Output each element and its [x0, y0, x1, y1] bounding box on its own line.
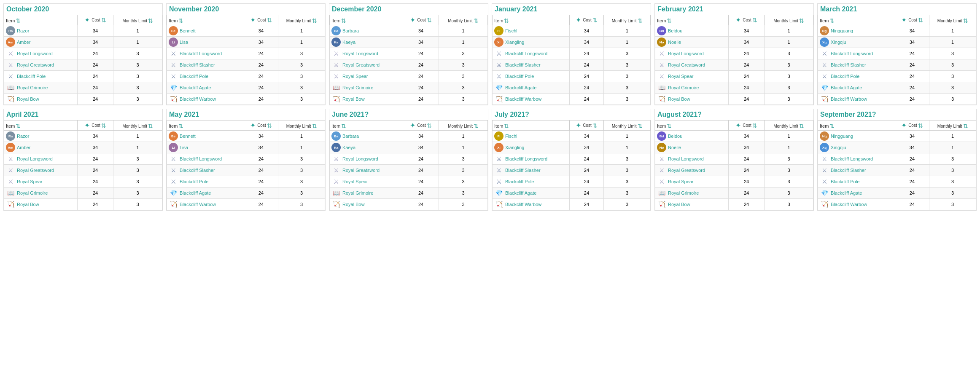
col-cost-header[interactable]: ✦Cost⇅ — [403, 15, 439, 25]
item-link[interactable]: Kaeya — [342, 145, 355, 150]
item-link[interactable]: Royal Longsword — [17, 156, 53, 161]
col-cost-header[interactable]: ✦Cost⇅ — [728, 15, 765, 25]
item-link[interactable]: Blackcliff Pole — [505, 74, 534, 79]
item-link[interactable]: Barbara — [342, 28, 359, 33]
item-link[interactable]: Blackcliff Slasher — [505, 62, 541, 67]
item-link[interactable]: Royal Bow — [17, 96, 39, 102]
item-link[interactable]: Lisa — [180, 145, 188, 150]
item-link[interactable]: Royal Greatsword — [342, 168, 380, 173]
item-link[interactable]: Royal Bow — [342, 202, 365, 207]
item-link[interactable]: Blackcliff Warbow — [180, 202, 216, 207]
item-link[interactable]: Barbara — [342, 134, 359, 139]
col-cost-header[interactable]: ✦Cost⇅ — [403, 121, 439, 131]
item-link[interactable]: Blackcliff Pole — [831, 179, 859, 184]
item-link[interactable]: Kaeya — [342, 40, 355, 45]
item-link[interactable]: Royal Longsword — [342, 156, 378, 161]
item-link[interactable]: Blackcliff Pole — [180, 179, 208, 184]
col-monthly-limit-header[interactable]: Monthly Limit⇅ — [439, 121, 488, 131]
item-link[interactable]: Noelle — [668, 40, 681, 45]
col-item-header[interactable]: Item⇅ — [167, 15, 244, 25]
item-link[interactable]: Beidou — [668, 28, 682, 33]
item-link[interactable]: Lisa — [180, 40, 188, 45]
item-link[interactable]: Blackcliff Slasher — [180, 168, 215, 173]
item-link[interactable]: Royal Longsword — [342, 51, 378, 56]
item-link[interactable]: Blackcliff Warbow — [831, 202, 867, 207]
col-cost-header[interactable]: ✦Cost⇅ — [895, 121, 929, 131]
item-link[interactable]: Blackcliff Slasher — [505, 168, 541, 173]
item-link[interactable]: Royal Grimoire — [342, 85, 373, 90]
col-cost-header[interactable]: ✦Cost⇅ — [77, 15, 113, 25]
item-link[interactable]: Royal Spear — [342, 179, 368, 184]
item-link[interactable]: Blackcliff Warbow — [505, 202, 541, 207]
item-link[interactable]: Royal Bow — [668, 96, 690, 102]
col-monthly-limit-header[interactable]: Monthly Limit⇅ — [439, 15, 488, 25]
item-link[interactable]: Blackcliff Longsword — [180, 51, 222, 56]
item-link[interactable]: Blackcliff Pole — [180, 74, 208, 79]
item-link[interactable]: Royal Spear — [668, 179, 694, 184]
item-link[interactable]: Fischl — [505, 28, 517, 33]
col-monthly-limit-header[interactable]: Monthly Limit⇅ — [278, 121, 325, 131]
col-cost-header[interactable]: ✦Cost⇅ — [77, 121, 113, 131]
item-link[interactable]: Bennett — [180, 28, 196, 33]
item-link[interactable]: Blackcliff Agate — [180, 190, 211, 196]
col-cost-header[interactable]: ✦Cost⇅ — [244, 121, 278, 131]
item-link[interactable]: Noelle — [668, 145, 681, 150]
col-item-header[interactable]: Item⇅ — [655, 121, 729, 131]
item-link[interactable]: Blackcliff Warbow — [505, 96, 541, 102]
col-monthly-limit-header[interactable]: Monthly Limit⇅ — [765, 15, 813, 25]
col-item-header[interactable]: Item⇅ — [493, 121, 570, 131]
item-link[interactable]: Royal Longsword — [668, 156, 704, 161]
item-link[interactable]: Royal Greatsword — [17, 62, 54, 67]
item-link[interactable]: Amber — [17, 145, 30, 150]
item-link[interactable]: Bennett — [180, 134, 196, 139]
item-link[interactable]: Royal Grimoire — [668, 190, 699, 196]
item-link[interactable]: Royal Grimoire — [17, 85, 48, 90]
item-link[interactable]: Royal Bow — [668, 202, 690, 207]
col-cost-header[interactable]: ✦Cost⇅ — [569, 121, 604, 131]
col-item-header[interactable]: Item⇅ — [818, 15, 895, 25]
col-cost-header[interactable]: ✦Cost⇅ — [895, 15, 929, 25]
item-link[interactable]: Blackcliff Warbow — [180, 96, 216, 102]
col-monthly-limit-header[interactable]: Monthly Limit⇅ — [929, 15, 976, 25]
item-link[interactable]: Blackcliff Longsword — [505, 51, 547, 56]
item-link[interactable]: Xiangling — [505, 145, 524, 150]
item-link[interactable]: Blackcliff Agate — [505, 190, 536, 196]
col-monthly-limit-header[interactable]: Monthly Limit⇅ — [113, 121, 162, 131]
col-monthly-limit-header[interactable]: Monthly Limit⇅ — [604, 15, 651, 25]
item-link[interactable]: Xingqiu — [831, 40, 846, 45]
item-link[interactable]: Blackcliff Longsword — [505, 156, 547, 161]
col-cost-header[interactable]: ✦Cost⇅ — [728, 121, 765, 131]
item-link[interactable]: Ningguang — [831, 28, 853, 33]
item-link[interactable]: Beidou — [668, 134, 682, 139]
item-link[interactable]: Royal Grimoire — [17, 190, 48, 196]
item-link[interactable]: Royal Grimoire — [668, 85, 699, 90]
item-link[interactable]: Blackcliff Pole — [831, 74, 859, 79]
col-item-header[interactable]: Item⇅ — [330, 121, 403, 131]
item-link[interactable]: Ningguang — [831, 134, 853, 139]
col-item-header[interactable]: Item⇅ — [818, 121, 895, 131]
item-link[interactable]: Royal Spear — [668, 74, 694, 79]
col-cost-header[interactable]: ✦Cost⇅ — [569, 15, 604, 25]
item-link[interactable]: Royal Grimoire — [342, 190, 373, 196]
item-link[interactable]: Blackcliff Pole — [505, 179, 534, 184]
item-link[interactable]: Razor — [17, 134, 29, 139]
item-link[interactable]: Blackcliff Longsword — [831, 51, 873, 56]
col-item-header[interactable]: Item⇅ — [4, 15, 78, 25]
item-link[interactable]: Blackcliff Agate — [505, 85, 536, 90]
col-item-header[interactable]: Item⇅ — [4, 121, 78, 131]
item-link[interactable]: Blackcliff Longsword — [831, 156, 873, 161]
item-link[interactable]: Royal Spear — [342, 74, 368, 79]
item-link[interactable]: Royal Greatsword — [342, 62, 380, 67]
item-link[interactable]: Blackcliff Slasher — [831, 168, 866, 173]
item-link[interactable]: Fischl — [505, 134, 517, 139]
item-link[interactable]: Blackcliff Agate — [831, 190, 862, 196]
col-item-header[interactable]: Item⇅ — [330, 15, 403, 25]
item-link[interactable]: Blackcliff Slasher — [831, 62, 866, 67]
item-link[interactable]: Royal Longsword — [17, 51, 53, 56]
item-link[interactable]: Royal Bow — [17, 202, 39, 207]
item-link[interactable]: Royal Greatsword — [17, 168, 54, 173]
col-cost-header[interactable]: ✦Cost⇅ — [244, 15, 278, 25]
col-item-header[interactable]: Item⇅ — [493, 15, 570, 25]
item-link[interactable]: Blackcliff Agate — [180, 85, 211, 90]
item-link[interactable]: Xiangling — [505, 40, 524, 45]
